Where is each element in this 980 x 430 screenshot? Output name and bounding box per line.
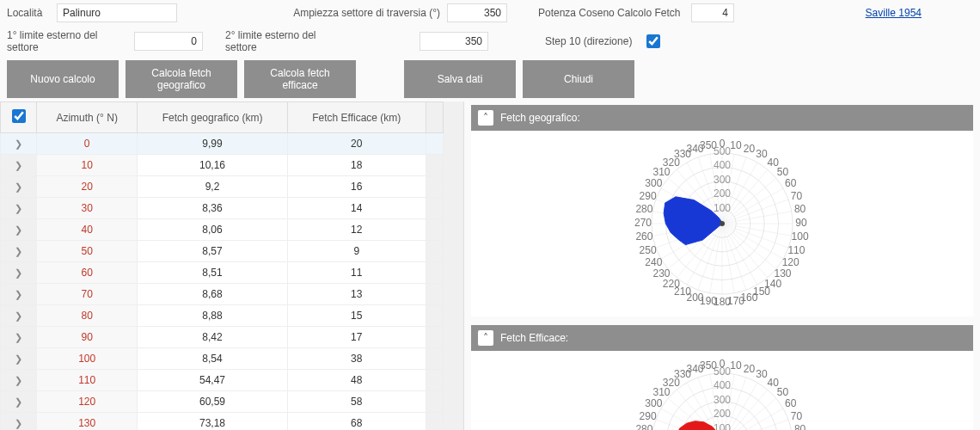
- geo-cell: 8,51: [138, 262, 288, 284]
- table-row[interactable]: ❯12060,5958: [1, 391, 444, 413]
- azimuth-cell: 80: [37, 305, 138, 327]
- collapse-eff-button[interactable]: ˄: [478, 330, 493, 346]
- salva-dati-button[interactable]: Salva dati: [404, 60, 516, 98]
- chevron-right-icon: ❯: [15, 267, 22, 279]
- table-row[interactable]: ❯508,579: [1, 241, 444, 262]
- panel-eff-title: Fetch Efficace:: [500, 332, 568, 344]
- expand-row-button[interactable]: ❯: [1, 198, 37, 219]
- step10-checkbox[interactable]: [646, 34, 660, 48]
- panel-eff: ˄ Fetch Efficace: 0102030405060708090100…: [471, 325, 973, 430]
- svg-text:200: 200: [714, 187, 731, 200]
- nuovo-calcolo-button[interactable]: Nuovo calcolo: [7, 60, 119, 98]
- chevron-right-icon: ❯: [15, 160, 22, 171]
- azimuth-cell: 130: [37, 413, 138, 431]
- svg-text:290: 290: [640, 190, 657, 202]
- geo-cell: 60,59: [138, 391, 288, 413]
- azimuth-cell: 110: [37, 370, 138, 391]
- select-all-checkbox[interactable]: [12, 109, 26, 123]
- expand-row-button[interactable]: ❯: [1, 241, 37, 262]
- azimuth-cell: 70: [37, 284, 138, 305]
- eff-header[interactable]: Fetch Efficace (km): [288, 102, 426, 133]
- polar-chart-geo: 0102030405060708090100110120130140150160…: [610, 138, 834, 310]
- geo-cell: 54,47: [138, 370, 288, 391]
- eff-cell: 20: [288, 133, 426, 155]
- select-all-header[interactable]: [1, 102, 37, 133]
- svg-text:120: 120: [782, 256, 799, 268]
- form-area: Località Ampiezza settore di traversia (…: [0, 0, 980, 101]
- table-row[interactable]: ❯608,5111: [1, 262, 444, 284]
- azimuth-cell: 40: [37, 219, 138, 241]
- localita-input[interactable]: [57, 3, 177, 22]
- chevron-right-icon: ❯: [15, 138, 22, 150]
- expand-row-button[interactable]: ❯: [1, 305, 37, 327]
- table-row[interactable]: ❯13073,1868: [1, 413, 444, 431]
- pane-resize-handle[interactable]: [444, 101, 464, 430]
- scroll-col: [426, 102, 443, 133]
- geo-cell: 8,57: [138, 241, 288, 262]
- expand-row-button[interactable]: ❯: [1, 284, 37, 305]
- table-row[interactable]: ❯1010,1618: [1, 155, 444, 176]
- geo-cell: 8,06: [138, 219, 288, 241]
- svg-text:500: 500: [714, 145, 731, 157]
- chevron-right-icon: ❯: [15, 289, 22, 300]
- table-row[interactable]: ❯209,216: [1, 176, 444, 198]
- limite2-label: 2° limite esterno del settore: [225, 29, 346, 53]
- geo-cell: 73,18: [138, 413, 288, 431]
- svg-text:20: 20: [744, 363, 756, 375]
- table-pane: Azimuth (° N) Fetch geografico (km) Fetc…: [0, 101, 464, 430]
- svg-text:270: 270: [634, 217, 652, 229]
- table-row[interactable]: ❯408,0612: [1, 219, 444, 241]
- saville-link[interactable]: Saville 1954: [866, 7, 922, 19]
- eff-cell: 38: [288, 348, 426, 370]
- table-row[interactable]: ❯11054,4748: [1, 370, 444, 391]
- ampiezza-input[interactable]: [447, 3, 507, 22]
- svg-text:200: 200: [714, 408, 731, 420]
- chiudi-button[interactable]: Chiudi: [523, 60, 634, 98]
- svg-text:10: 10: [730, 139, 742, 151]
- azimuth-cell: 20: [37, 176, 138, 198]
- geo-header[interactable]: Fetch geografico (km): [138, 102, 288, 133]
- calcola-geo-button[interactable]: Calcola fetch geografico: [126, 60, 237, 98]
- table-row[interactable]: ❯908,4217: [1, 327, 444, 348]
- eff-cell: 68: [288, 413, 426, 431]
- ampiezza-label: Ampiezza settore di traversia (°): [285, 7, 440, 19]
- chevron-right-icon: ❯: [15, 332, 22, 343]
- expand-row-button[interactable]: ❯: [1, 413, 37, 431]
- limite1-input[interactable]: [134, 32, 203, 51]
- table-row[interactable]: ❯808,8815: [1, 305, 444, 327]
- geo-cell: 8,42: [138, 327, 288, 348]
- eff-cell: 9: [288, 241, 426, 262]
- svg-text:500: 500: [714, 366, 731, 378]
- expand-row-button[interactable]: ❯: [1, 176, 37, 198]
- chevron-right-icon: ❯: [15, 310, 22, 322]
- collapse-geo-button[interactable]: ˄: [478, 110, 493, 126]
- svg-text:20: 20: [744, 143, 756, 155]
- table-row[interactable]: ❯708,6813: [1, 284, 444, 305]
- limite2-input[interactable]: [420, 32, 488, 51]
- svg-text:300: 300: [714, 394, 731, 406]
- expand-row-button[interactable]: ❯: [1, 348, 37, 370]
- azimuth-cell: 10: [37, 155, 138, 176]
- svg-text:290: 290: [640, 410, 657, 422]
- azimuth-cell: 0: [37, 133, 138, 155]
- potenza-input[interactable]: [691, 3, 734, 22]
- table-row[interactable]: ❯1008,5438: [1, 348, 444, 370]
- svg-text:80: 80: [794, 203, 806, 215]
- table-row[interactable]: ❯09,9920: [1, 133, 444, 155]
- expand-row-button[interactable]: ❯: [1, 391, 37, 413]
- azimuth-header[interactable]: Azimuth (° N): [37, 102, 138, 133]
- svg-text:260: 260: [635, 230, 652, 243]
- calcola-eff-button[interactable]: Calcola fetch efficace: [244, 60, 356, 98]
- expand-row-button[interactable]: ❯: [1, 370, 37, 391]
- chevron-right-icon: ❯: [15, 396, 22, 408]
- expand-row-button[interactable]: ❯: [1, 133, 37, 155]
- svg-text:50: 50: [777, 386, 789, 398]
- expand-row-button[interactable]: ❯: [1, 155, 37, 176]
- expand-row-button[interactable]: ❯: [1, 262, 37, 284]
- chevron-right-icon: ❯: [15, 181, 22, 193]
- expand-row-button[interactable]: ❯: [1, 327, 37, 348]
- svg-text:100: 100: [792, 230, 809, 243]
- expand-row-button[interactable]: ❯: [1, 219, 37, 241]
- panel-geo: ˄ Fetch geografico: 01020304050607080901…: [471, 105, 973, 316]
- table-row[interactable]: ❯308,3614: [1, 198, 444, 219]
